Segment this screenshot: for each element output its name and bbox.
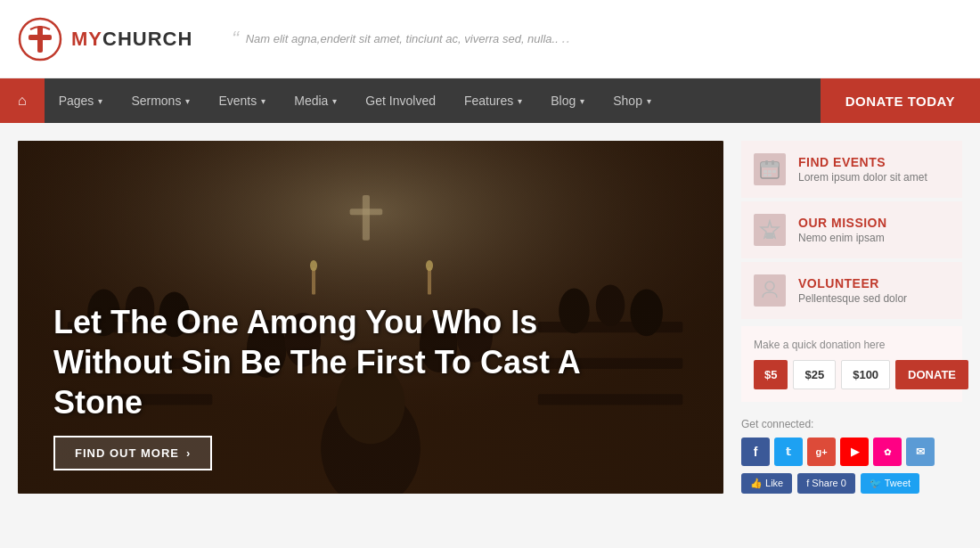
our-mission-icon bbox=[754, 214, 786, 246]
hero-heading: Let The One Among You Who Is Without Sin… bbox=[53, 302, 606, 422]
nav-get-involved[interactable]: Get Involved bbox=[351, 78, 450, 123]
volunteer-subtitle: Pellentesque sed dolor bbox=[798, 292, 907, 305]
find-events-title: FIND EVENTS bbox=[798, 155, 927, 169]
find-events-icon bbox=[754, 153, 786, 185]
our-mission-title: OUR MISSION bbox=[798, 216, 887, 230]
nav-features[interactable]: Features ▾ bbox=[450, 78, 536, 123]
svg-rect-37 bbox=[764, 174, 767, 176]
nav-home-button[interactable]: ⌂ bbox=[0, 78, 45, 123]
main-nav: ⌂ Pages ▾ Sermons ▾ Events ▾ Media ▾ Get… bbox=[0, 78, 980, 123]
logo-text: MYCHURCH bbox=[71, 28, 192, 51]
main-content: Let The One Among You Who Is Without Sin… bbox=[0, 123, 980, 511]
svg-rect-32 bbox=[765, 160, 768, 165]
tweet-label: 🐦 Tweet bbox=[870, 478, 911, 489]
features-arrow-icon: ▾ bbox=[518, 96, 522, 106]
volunteer-icon bbox=[754, 274, 786, 307]
donation-25-button[interactable]: $25 bbox=[793, 360, 836, 389]
site-header: MYCHURCH Nam elit agna,enderit sit amet,… bbox=[0, 0, 980, 78]
hero-section: Let The One Among You Who Is Without Sin… bbox=[18, 141, 723, 494]
svg-point-41 bbox=[765, 282, 774, 290]
donation-widget: Make a quick donation here $5 $25 $100 D… bbox=[741, 326, 962, 402]
email-icon[interactable]: ✉ bbox=[906, 438, 935, 466]
sermons-arrow-icon: ▾ bbox=[185, 96, 190, 106]
svg-rect-38 bbox=[768, 174, 772, 176]
nav-media[interactable]: Media ▾ bbox=[280, 78, 351, 123]
nav-shop[interactable]: Shop ▾ bbox=[599, 78, 666, 123]
svg-rect-33 bbox=[772, 160, 774, 165]
volunteer-card[interactable]: VOLUNTEER Pellentesque sed dolor bbox=[741, 262, 962, 319]
events-arrow-icon: ▾ bbox=[261, 96, 265, 106]
our-mission-card[interactable]: OUR MISSION Nemo enim ipsam bbox=[741, 201, 962, 258]
find-events-subtitle: Lorem ipsum dolor sit amet bbox=[798, 171, 927, 184]
svg-rect-40 bbox=[766, 233, 773, 239]
donation-amounts: $5 $25 $100 DONATE bbox=[754, 360, 950, 389]
social-section: Get connected: f 𝕥 g+ ▶ ✿ ✉ 👍 Like f Sha… bbox=[741, 405, 962, 494]
find-events-card[interactable]: FIND EVENTS Lorem ipsum dolor sit amet bbox=[741, 141, 962, 198]
svg-rect-36 bbox=[772, 170, 776, 173]
flickr-icon[interactable]: ✿ bbox=[873, 438, 902, 466]
svg-rect-2 bbox=[29, 35, 52, 40]
volunteer-title: VOLUNTEER bbox=[798, 276, 907, 290]
twitter-icon[interactable]: 𝕥 bbox=[774, 438, 803, 466]
like-label: 👍 Like bbox=[750, 478, 783, 489]
donation-100-button[interactable]: $100 bbox=[841, 360, 890, 389]
facebook-share-button[interactable]: f Share 0 bbox=[797, 473, 855, 494]
nav-pages[interactable]: Pages ▾ bbox=[45, 78, 118, 123]
sidebar: FIND EVENTS Lorem ipsum dolor sit amet O… bbox=[741, 141, 962, 494]
donation-5-button[interactable]: $5 bbox=[754, 360, 788, 389]
svg-rect-35 bbox=[768, 170, 772, 173]
youtube-icon[interactable]: ▶ bbox=[840, 438, 869, 466]
svg-rect-31 bbox=[761, 162, 779, 168]
shop-arrow-icon: ▾ bbox=[647, 96, 651, 106]
media-arrow-icon: ▾ bbox=[332, 96, 337, 106]
header-quote: Nam elit agna,enderit sit amet, tinciunt… bbox=[214, 23, 570, 55]
svg-rect-34 bbox=[764, 170, 767, 173]
pages-arrow-icon: ▾ bbox=[98, 96, 102, 106]
logo-area: MYCHURCH bbox=[18, 17, 214, 61]
our-mission-subtitle: Nemo enim ipsam bbox=[798, 232, 887, 244]
donation-label: Make a quick donation here bbox=[754, 339, 950, 351]
find-out-more-button[interactable]: FIND OUT MORE › bbox=[53, 436, 212, 470]
social-icons: f 𝕥 g+ ▶ ✿ ✉ bbox=[741, 438, 962, 466]
nav-sermons[interactable]: Sermons ▾ bbox=[117, 78, 204, 123]
share-label: f Share 0 bbox=[806, 478, 846, 488]
facebook-like-button[interactable]: 👍 Like bbox=[741, 473, 792, 494]
donation-donate-button[interactable]: DONATE bbox=[895, 360, 968, 389]
facebook-icon[interactable]: f bbox=[741, 438, 770, 466]
nav-events[interactable]: Events ▾ bbox=[204, 78, 280, 123]
blog-arrow-icon: ▾ bbox=[580, 96, 584, 106]
twitter-tweet-button[interactable]: 🐦 Tweet bbox=[861, 473, 919, 494]
social-actions: 👍 Like f Share 0 🐦 Tweet bbox=[741, 473, 962, 494]
nav-blog[interactable]: Blog ▾ bbox=[536, 78, 599, 123]
social-label: Get connected: bbox=[741, 418, 962, 430]
nav-donate-button[interactable]: DONATE TODAY bbox=[821, 78, 980, 123]
logo-icon bbox=[18, 17, 62, 61]
google-plus-icon[interactable]: g+ bbox=[807, 438, 836, 466]
